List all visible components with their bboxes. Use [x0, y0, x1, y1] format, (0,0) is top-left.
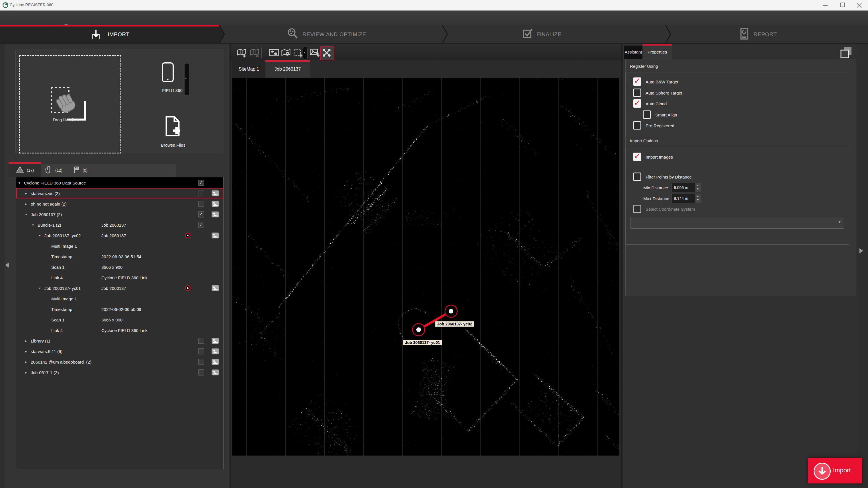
tree-item-checkbox[interactable] — [198, 338, 204, 344]
image-thumbnail-icon[interactable] — [212, 285, 219, 291]
select-mode-dropdown[interactable] — [303, 47, 308, 60]
import-button[interactable]: Import — [808, 458, 862, 483]
scan-node-yc01[interactable] — [412, 323, 425, 336]
map-pin-icon[interactable] — [281, 48, 291, 58]
tab-finalize[interactable]: FINALIZE — [536, 31, 561, 38]
field360-icon[interactable] — [161, 62, 174, 85]
expander-icon[interactable]: ▸ — [25, 360, 27, 364]
expander-icon[interactable]: ▾ — [39, 233, 41, 237]
tree-row[interactable]: ▾Cyclone FIELD 360 Data Source — [16, 177, 223, 188]
tree-item-checkbox[interactable] — [198, 359, 204, 365]
register-option-checkbox[interactable] — [633, 99, 641, 108]
expander-icon[interactable]: ▾ — [25, 213, 27, 216]
expander-icon[interactable]: ▸ — [25, 339, 27, 343]
collapse-left-panel-icon[interactable] — [5, 262, 9, 268]
tree-item-checkbox[interactable] — [198, 369, 204, 375]
tree-row[interactable]: ▾Job 2060137- yc01Job 2060137 — [16, 283, 223, 293]
tree-item-checkbox[interactable] — [198, 201, 204, 207]
tree-row[interactable]: Timestamp2022-06-02-06:50:09 — [16, 304, 223, 314]
tree-item-checkbox[interactable] — [198, 211, 204, 217]
select-area-icon[interactable] — [293, 48, 303, 58]
tree-row[interactable]: Scan 13666 x 900 — [16, 262, 223, 272]
expander-icon[interactable]: ▸ — [25, 370, 27, 374]
tree-row[interactable]: ▸2060142 @6m albedoboard (2) — [16, 356, 223, 367]
tree-item-checkbox[interactable] — [198, 222, 204, 228]
collapse-right-panel-icon[interactable] — [860, 248, 863, 253]
tab-assistant[interactable]: Assistant — [624, 45, 643, 59]
register-option-checkbox[interactable] — [633, 121, 641, 130]
register-option-label: Auto Sphere Target — [646, 91, 682, 95]
register-option-checkbox[interactable] — [633, 89, 641, 97]
layout-panels-icon[interactable] — [839, 45, 853, 60]
tree-row[interactable]: Scan 13666 x 900 — [16, 314, 223, 325]
tree-row[interactable]: Multi Image 1 — [16, 240, 223, 251]
tree-row[interactable]: ▸Job-0517-1 (2) — [16, 367, 223, 378]
tree-row[interactable]: ▸starwars.5.11 (6) — [16, 346, 223, 356]
world-map-icon[interactable] — [269, 48, 279, 58]
import-images-checkbox[interactable] — [633, 153, 641, 161]
expander-icon[interactable]: ▸ — [25, 202, 27, 205]
image-thumbnail-icon[interactable] — [212, 232, 219, 238]
tree-row[interactable]: Link 4Cyclone FIELD 360 Link — [16, 325, 223, 335]
expander-icon[interactable]: ▾ — [19, 181, 20, 185]
image-thumbnail-icon[interactable] — [212, 359, 219, 365]
browse-files-icon[interactable] — [164, 116, 182, 138]
tree-row[interactable]: ▾Job 2060137 (2) — [16, 209, 223, 220]
tab-review-and-optimize[interactable]: REVIEW AND OPTIMIZE — [303, 31, 366, 38]
tree-row[interactable]: ▸Library (1) — [16, 335, 223, 346]
show-links-button[interactable] — [320, 46, 334, 60]
bundle-count[interactable]: (0) — [83, 168, 87, 172]
import-step-icon — [89, 28, 102, 41]
tab-job-2060137[interactable]: Job 2060137 — [266, 60, 310, 78]
expander-icon[interactable]: ▾ — [32, 223, 34, 227]
filter-points-checkbox[interactable] — [633, 172, 641, 181]
expander-icon[interactable]: ▸ — [25, 349, 27, 353]
image-thumbnail-icon[interactable] — [212, 211, 219, 217]
max-distance-stepper[interactable]: ▲▼ — [695, 194, 701, 203]
tree-item-checkbox[interactable] — [198, 348, 204, 354]
register-option-checkbox[interactable] — [643, 110, 651, 119]
point-cloud-canvas[interactable] — [232, 78, 619, 456]
scan-node-yc02[interactable] — [444, 305, 458, 318]
image-thumbnail-icon[interactable] — [212, 369, 219, 375]
add-sitemap-icon[interactable] — [236, 48, 247, 58]
image-thumbnail-icon[interactable] — [212, 190, 219, 196]
image-thumbnail-icon[interactable] — [212, 201, 219, 207]
minimize-button[interactable] — [823, 5, 828, 6]
tree-row[interactable]: ▾Job 2060137- yc02Job 2060137 — [16, 230, 223, 240]
tree-item-checkbox[interactable] — [198, 190, 204, 196]
tree-row[interactable]: Multi Image 1 — [16, 293, 223, 304]
drag-files-label: Drag files here. — [34, 117, 100, 122]
expander-icon[interactable]: ▸ — [25, 191, 27, 195]
tree-row[interactable]: Link 4Cyclone FIELD 360 Link — [16, 272, 223, 283]
tree-item-checkbox[interactable] — [198, 180, 204, 186]
tab-sitemap-1[interactable]: SiteMap 1 — [232, 60, 266, 78]
app-window: Cyclone REGISTER 360 ? i ↶ ↷ 2022-06-02 … — [0, 0, 868, 488]
tree-row[interactable]: Timestamp2022-06-02-06:51:54 — [16, 251, 223, 262]
coordinate-system-dropdown[interactable] — [630, 217, 844, 229]
close-button[interactable] — [857, 2, 862, 7]
remove-sitemap-icon[interactable] — [249, 48, 260, 58]
tree-row[interactable]: ▸starwars.vis (2) — [16, 188, 223, 198]
coordinate-system-checkbox[interactable] — [633, 205, 641, 213]
restore-button[interactable] — [840, 3, 845, 7]
export-image-icon[interactable] — [309, 48, 319, 58]
min-distance-stepper[interactable]: ▲▼ — [695, 183, 701, 192]
field360-label[interactable]: FIELD 360 — [154, 88, 191, 93]
tab-report[interactable]: REPORT — [753, 31, 777, 38]
tab-warnings[interactable] — [8, 164, 41, 177]
expander-icon[interactable]: ▾ — [39, 286, 41, 290]
warning-count[interactable]: (17) — [27, 168, 34, 172]
panel-divider-right[interactable] — [621, 44, 622, 488]
image-thumbnail-icon[interactable] — [212, 338, 219, 344]
tab-import[interactable]: IMPORT — [107, 31, 130, 38]
panel-divider-left[interactable] — [229, 44, 231, 488]
tree-row[interactable]: ▸oh no not again (2) — [16, 198, 223, 209]
register-option-checkbox[interactable] — [633, 77, 641, 86]
attachment-count[interactable]: (12) — [55, 168, 62, 172]
browse-files-button[interactable]: Browse Files — [153, 143, 193, 148]
tree-item-label: Multi Image 1 — [51, 243, 77, 248]
tab-properties[interactable]: Properties — [643, 45, 672, 59]
image-thumbnail-icon[interactable] — [212, 348, 219, 354]
tree-row[interactable]: ▾Bundle-1 (2)Job 2060137 — [16, 220, 223, 230]
